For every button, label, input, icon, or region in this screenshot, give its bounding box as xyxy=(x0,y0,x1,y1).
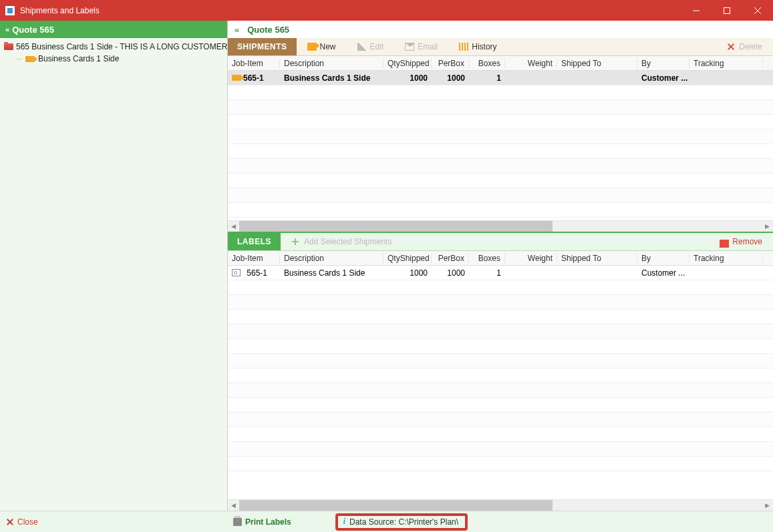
labels-section-title: LABELS xyxy=(228,233,281,250)
empty-row xyxy=(228,413,773,427)
titlebar: Shipments and Labels xyxy=(0,0,773,21)
empty-row xyxy=(228,280,773,295)
empty-row xyxy=(228,144,773,159)
close-window-button[interactable] xyxy=(742,0,773,21)
col-job[interactable]: Job-Item xyxy=(228,254,280,263)
truck-icon xyxy=(25,55,35,63)
shipments-grid-header: Job-Item Description QtyShipped PerBox B… xyxy=(228,56,773,71)
svg-rect-1 xyxy=(724,7,730,13)
col-job[interactable]: Job-Item xyxy=(228,59,280,68)
close-icon xyxy=(7,519,13,525)
tree-root-item[interactable]: 565 Business Cards 1 Side - THIS IS A LO… xyxy=(4,41,223,53)
labels-scrollbar[interactable]: ◀ ▶ xyxy=(228,499,773,511)
back-button[interactable]: « xyxy=(235,25,238,35)
labels-grid-body: 565-1 Business Cards 1 Side 1000 1000 1 … xyxy=(228,266,773,499)
col-track[interactable]: Tracking xyxy=(689,59,763,68)
scroll-left-icon[interactable]: ◀ xyxy=(228,500,239,511)
maximize-button[interactable] xyxy=(712,0,742,21)
col-weight[interactable]: Weight xyxy=(505,59,557,68)
shipments-section-title: SHIPMENTS xyxy=(228,38,297,55)
close-button[interactable]: Close xyxy=(0,511,228,532)
empty-row xyxy=(228,324,773,339)
col-by[interactable]: By xyxy=(637,59,689,68)
empty-row xyxy=(228,295,773,310)
new-shipment-button[interactable]: New xyxy=(297,38,347,55)
col-boxes[interactable]: Boxes xyxy=(469,59,505,68)
empty-row xyxy=(228,339,773,354)
empty-row xyxy=(228,398,773,413)
truck-icon xyxy=(307,43,317,51)
label-row[interactable]: 565-1 Business Cards 1 Side 1000 1000 1 … xyxy=(228,266,773,280)
sidebar-header[interactable]: « Quote 565 xyxy=(0,21,227,38)
empty-row xyxy=(228,203,773,218)
window-title: Shipments and Labels xyxy=(20,6,681,15)
edit-shipment-button[interactable]: Edit xyxy=(347,38,395,55)
empty-row xyxy=(228,129,773,144)
data-source-path: Data Source: C:\Printer's Plan\ xyxy=(349,517,458,527)
shipment-row[interactable]: 565-1 Business Cards 1 Side 1000 1000 1 … xyxy=(228,71,773,85)
collapse-icon: « xyxy=(5,25,9,33)
col-perbox[interactable]: PerBox xyxy=(432,254,469,263)
delete-shipment-button[interactable]: Delete xyxy=(716,38,773,55)
minimize-button[interactable] xyxy=(681,0,712,21)
empty-row xyxy=(228,115,773,129)
add-selected-button[interactable]: Add Selected Shipments xyxy=(281,233,402,250)
empty-row xyxy=(228,457,773,471)
empty-row xyxy=(228,159,773,174)
col-desc[interactable]: Description xyxy=(280,59,383,68)
print-labels-button[interactable]: Print Labels xyxy=(233,517,291,527)
label-icon xyxy=(232,269,241,276)
col-desc[interactable]: Description xyxy=(280,254,383,263)
col-qty[interactable]: QtyShipped xyxy=(383,254,432,263)
empty-row xyxy=(228,368,773,383)
email-shipment-button[interactable]: Email xyxy=(394,38,448,55)
data-source-indicator[interactable]: i Data Source: C:\Printer's Plan\ xyxy=(335,513,468,531)
scroll-right-icon[interactable]: ▶ xyxy=(762,500,773,511)
shipments-grid-body: 565-1 Business Cards 1 Side 1000 1000 1 … xyxy=(228,71,773,220)
remove-label-button[interactable]: Remove xyxy=(709,233,773,250)
minus-icon xyxy=(720,240,729,248)
window-controls xyxy=(681,0,773,21)
col-weight[interactable]: Weight xyxy=(505,254,557,263)
empty-row xyxy=(228,100,773,115)
delete-icon xyxy=(726,43,736,51)
sidebar: « Quote 565 565 Business Cards 1 Side - … xyxy=(0,21,228,511)
empty-row xyxy=(228,383,773,398)
info-icon: i xyxy=(343,517,345,527)
truck-icon xyxy=(232,75,241,81)
col-shipto[interactable]: Shipped To xyxy=(557,254,637,263)
tree-root-label: 565 Business Cards 1 Side - THIS IS A LO… xyxy=(16,42,227,51)
shipments-scrollbar[interactable]: ◀ ▶ xyxy=(228,220,773,232)
scroll-right-icon[interactable]: ▶ xyxy=(762,221,773,232)
empty-row xyxy=(228,174,773,188)
col-perbox[interactable]: PerBox xyxy=(432,59,469,68)
col-track[interactable]: Tracking xyxy=(689,254,763,263)
col-boxes[interactable]: Boxes xyxy=(469,254,505,263)
empty-row xyxy=(228,354,773,368)
edit-icon xyxy=(357,43,367,51)
empty-row xyxy=(228,310,773,324)
empty-row xyxy=(228,85,773,100)
print-icon xyxy=(233,518,242,526)
footer: Close Print Labels i Data Source: C:\Pri… xyxy=(0,511,773,532)
tree-view: 565 Business Cards 1 Side - THIS IS A LO… xyxy=(0,38,227,511)
shipments-toolbar: SHIPMENTS New Edit Email History Delete xyxy=(228,38,773,56)
plus-icon xyxy=(291,238,301,246)
labels-toolbar: LABELS Add Selected Shipments Remove xyxy=(228,233,773,251)
tree-child-label: Business Cards 1 Side xyxy=(38,54,119,63)
col-qty[interactable]: QtyShipped xyxy=(383,59,432,68)
col-by[interactable]: By xyxy=(637,254,689,263)
email-icon xyxy=(405,43,414,51)
col-shipto[interactable]: Shipped To xyxy=(557,59,637,68)
labels-grid-header: Job-Item Description QtyShipped PerBox B… xyxy=(228,251,773,266)
empty-row xyxy=(228,427,773,442)
tree-child-item[interactable]: ⋯ Business Cards 1 Side xyxy=(4,53,223,65)
breadcrumb: « Quote 565 xyxy=(228,21,773,38)
content-area: « Quote 565 SHIPMENTS New Edit Email His… xyxy=(228,21,773,511)
empty-row xyxy=(228,188,773,203)
history-button[interactable]: History xyxy=(448,38,507,55)
empty-row xyxy=(228,442,773,457)
folder-icon xyxy=(4,43,13,51)
scroll-left-icon[interactable]: ◀ xyxy=(228,221,239,232)
labels-section: LABELS Add Selected Shipments Remove Job… xyxy=(228,232,773,511)
